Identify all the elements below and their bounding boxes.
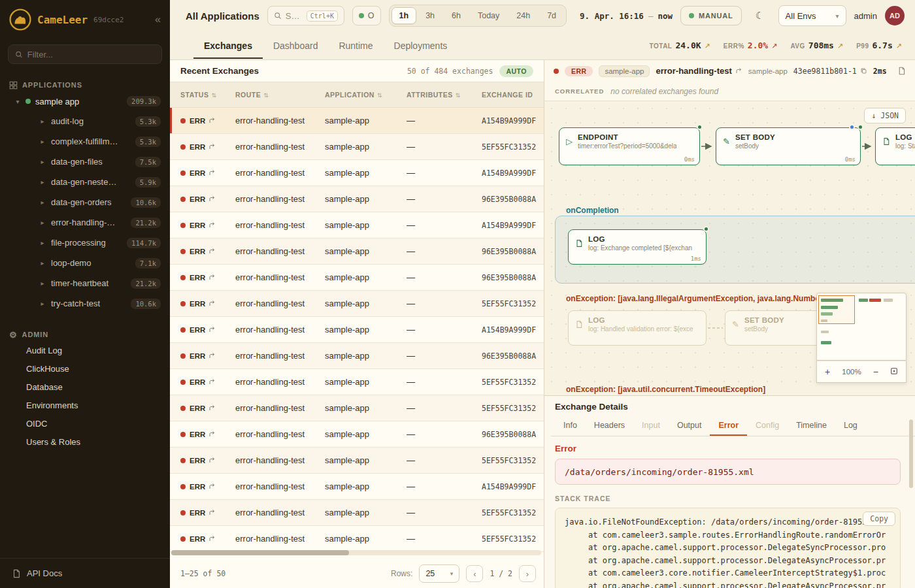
- column-route[interactable]: ROUTE⇅: [235, 91, 325, 99]
- api-docs-link[interactable]: API Docs: [0, 558, 170, 588]
- detail-tab-output[interactable]: Output: [669, 417, 710, 436]
- flow-node-exception-log[interactable]: LOG log: Handled validation error: ${exc…: [568, 310, 707, 346]
- exchange-row[interactable]: ERRerror-handling-testsample-app—A154B9A…: [170, 317, 544, 343]
- time-range-7d[interactable]: 7d: [539, 7, 564, 24]
- exchange-row[interactable]: ERRerror-handling-testsample-app—96E395B…: [170, 421, 544, 448]
- exchange-row[interactable]: ERRerror-handling-testsample-app—5EF55FC…: [170, 369, 544, 395]
- stat-label: P99: [856, 42, 869, 50]
- scrollbar-thumb[interactable]: [171, 550, 349, 555]
- download-json-button[interactable]: ↓ JSON: [864, 108, 906, 123]
- route-cell: error-handling-test: [235, 377, 325, 387]
- vertical-scrollbar[interactable]: [909, 419, 913, 488]
- sidebar-item-oidc[interactable]: OIDC: [0, 414, 170, 433]
- sidebar-route-data-gen-orders[interactable]: ▸data-gen-orders10.6k: [0, 192, 170, 212]
- global-search[interactable]: Ctrl+K: [267, 6, 344, 25]
- detail-tab-info[interactable]: Info: [555, 417, 586, 436]
- sidebar-item-sample-app[interactable]: ▾ sample app 209.3k: [0, 91, 170, 111]
- sidebar-route-complex-fulfillment[interactable]: ▸complex-fulfillm…5.3k: [0, 131, 170, 152]
- filter-input[interactable]: [27, 50, 155, 59]
- exchange-row[interactable]: ERRerror-handling-testsample-app—96E395B…: [170, 186, 544, 212]
- admin-item-label: Audit Log: [26, 346, 62, 355]
- dark-mode-toggle[interactable]: ☾: [750, 6, 771, 25]
- column-status[interactable]: STATUS⇅: [180, 91, 235, 99]
- exchange-row[interactable]: ERRerror-handling-testsample-app—96E395B…: [170, 265, 544, 291]
- sidebar-route-data-gen-nested[interactable]: ▸data-gen-neste…5.9k: [0, 172, 170, 192]
- exchange-row[interactable]: ERRerror-handling-testsample-app—A154B9A…: [170, 212, 544, 238]
- time-range-today[interactable]: Today: [470, 7, 507, 24]
- sidebar-item-clickhouse[interactable]: ClickHouse: [0, 359, 170, 378]
- exchange-row[interactable]: ERRerror-handling-testsample-app—A154B9A…: [170, 108, 544, 134]
- exchange-row[interactable]: ERRerror-handling-testsample-app—96E395B…: [170, 343, 544, 369]
- time-range-6h[interactable]: 6h: [444, 7, 469, 24]
- prev-page-button[interactable]: ‹: [466, 565, 483, 582]
- next-page-button[interactable]: ›: [519, 565, 536, 582]
- status-label: ERR: [190, 221, 205, 229]
- column-application[interactable]: APPLICATION⇅: [325, 91, 407, 99]
- copy-icon[interactable]: [860, 67, 867, 74]
- sidebar-route-audit-log[interactable]: ▸audit-log5.3k: [0, 111, 170, 131]
- sidebar-route-loop-demo[interactable]: ▸loop-demo7.1k: [0, 253, 170, 273]
- exchange-row[interactable]: ERRerror-handling-testsample-app—5EF55FC…: [170, 134, 544, 160]
- sidebar-route-try-catch-test[interactable]: ▸try-catch-test10.6k: [0, 293, 170, 314]
- exchange-row[interactable]: ERRerror-handling-testsample-app—5EF55FC…: [170, 291, 544, 317]
- rows-per-page-select[interactable]: 25 ▾: [419, 564, 459, 583]
- detail-tab-log[interactable]: Log: [835, 417, 866, 436]
- zoom-fit-button[interactable]: [890, 367, 898, 377]
- route-name[interactable]: error-handling-test: [656, 66, 742, 76]
- detail-tab-timeline[interactable]: Timeline: [788, 417, 835, 436]
- avatar[interactable]: AD: [885, 6, 905, 25]
- auto-refresh-badge[interactable]: AUTO: [499, 65, 533, 77]
- sidebar-item-environments[interactable]: Environments: [0, 396, 170, 414]
- flow-node-setbody[interactable]: ✎ SET BODY setBody 0ms: [716, 127, 861, 165]
- zoom-in-button[interactable]: +: [825, 367, 830, 377]
- admin-item-label: Users & Roles: [26, 437, 80, 447]
- search-input[interactable]: [286, 11, 303, 21]
- sidebar-item-database[interactable]: Database: [0, 378, 170, 396]
- column-exchange-id[interactable]: EXCHANGE ID: [482, 91, 544, 99]
- sidebar-route-data-gen-files[interactable]: ▸data-gen-files7.5k: [0, 152, 170, 172]
- tab-runtime[interactable]: Runtime: [328, 33, 383, 59]
- time-range-1h[interactable]: 1h: [391, 7, 417, 24]
- exchange-row[interactable]: ERRerror-handling-testsample-app—5EF55FC…: [170, 500, 544, 526]
- sidebar-route-error-handling[interactable]: ▸error-handling-…21.2k: [0, 212, 170, 233]
- exchange-row[interactable]: ERRerror-handling-testsample-app—A154B9A…: [170, 474, 544, 500]
- error-dot: [180, 432, 186, 437]
- exchange-row[interactable]: ERRerror-handling-testsample-app—96E395B…: [170, 238, 544, 265]
- route-flow-canvas[interactable]: ↓ JSON ▷ ENDPOINT timer:errorTest?period…: [544, 101, 915, 395]
- sidebar-route-file-processing[interactable]: ▸file-processing114.7k: [0, 233, 170, 253]
- minimap-viewport[interactable]: [818, 295, 855, 324]
- detail-tab-error[interactable]: Error: [710, 417, 747, 436]
- horizontal-scrollbar[interactable]: [171, 550, 541, 555]
- time-window[interactable]: 9. Apr. 16:16 – now: [580, 11, 673, 21]
- sidebar-item-users-roles[interactable]: Users & Roles: [0, 433, 170, 451]
- tab-exchanges[interactable]: Exchanges: [193, 33, 263, 59]
- sidebar-filter[interactable]: [8, 44, 162, 64]
- errors-only-toggle[interactable]: O: [352, 6, 381, 25]
- node-status-dot: [703, 226, 709, 232]
- flow-node-endpoint[interactable]: ▷ ENDPOINT timer:errorTest?period=5000&d…: [559, 127, 700, 165]
- environment-select[interactable]: All Envs ▾: [778, 5, 846, 26]
- application-chip[interactable]: sample-app: [599, 65, 650, 77]
- sidebar-item-audit-log[interactable]: Audit Log: [0, 341, 170, 359]
- exchange-id[interactable]: 43ee9811b801-1: [793, 67, 867, 76]
- tab-dashboard[interactable]: Dashboard: [263, 33, 329, 59]
- flow-node-log[interactable]: LOG log: Sta: [875, 127, 915, 165]
- flow-node-completion-log[interactable]: LOG log: Exchange completed [${exchan 1m…: [568, 229, 707, 265]
- payload-document-icon[interactable]: [897, 67, 906, 75]
- exchange-row[interactable]: ERRerror-handling-testsample-app—A154B9A…: [170, 160, 544, 186]
- column-attributes[interactable]: ATTRIBUTES⇅: [407, 91, 482, 99]
- exchange-row[interactable]: ERRerror-handling-testsample-app—5EF55FC…: [170, 448, 544, 474]
- time-range-3h[interactable]: 3h: [418, 7, 442, 24]
- exchange-row[interactable]: ERRerror-handling-testsample-app—5EF55FC…: [170, 526, 544, 552]
- copy-stack-trace-button[interactable]: Copy: [863, 512, 895, 526]
- time-range-24h[interactable]: 24h: [508, 7, 538, 24]
- zoom-out-button[interactable]: −: [873, 367, 878, 377]
- stack-trace-box[interactable]: java.io.FileNotFoundException: /data/ord…: [555, 508, 901, 588]
- exchange-row[interactable]: ERRerror-handling-testsample-app—5EF55FC…: [170, 395, 544, 421]
- sidebar-collapse-icon[interactable]: «: [155, 14, 161, 25]
- manual-refresh-button[interactable]: MANUAL: [680, 6, 741, 25]
- tab-deployments[interactable]: Deployments: [384, 33, 458, 59]
- detail-tab-headers[interactable]: Headers: [586, 417, 633, 436]
- sidebar-route-timer-heartbeat[interactable]: ▸timer-heartbeat21.2k: [0, 273, 170, 293]
- flow-minimap[interactable]: [816, 293, 907, 361]
